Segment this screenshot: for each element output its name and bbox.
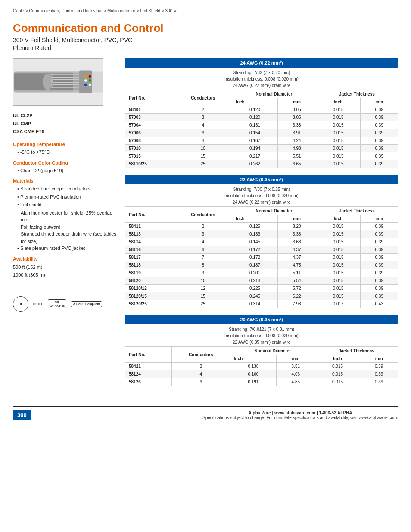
col-part-no: Part No. — [125, 90, 174, 106]
cell-jacket-mm: 0.39 — [361, 223, 398, 230]
svg-text:////: //// — [51, 84, 53, 86]
table-row: 57010 10 0.194 4.93 0.015 0.39 — [125, 145, 398, 152]
cell-mm: 6.22 — [278, 292, 316, 300]
col-part-no-20: Part No. — [125, 347, 172, 363]
cell-mm: 3.05 — [278, 114, 316, 121]
cell-jacket-inch: 0.017 — [316, 300, 361, 308]
conductor-color-heading: Conductor Color Coding — [13, 160, 116, 165]
conductor-color-value: Chart D2 (page 519) — [17, 167, 116, 174]
cell-conductors: 3 — [174, 230, 232, 238]
cell-mm: 4.24 — [278, 137, 316, 145]
operating-temp-heading: Operating Temperature — [13, 142, 116, 147]
table-row: 58126 6 0.191 4.85 0.015 0.39 — [125, 378, 398, 386]
cell-jacket-mm: 0.39 — [361, 106, 398, 114]
cell-jacket-mm: 0.39 — [361, 261, 398, 269]
cell-jacket-mm: 0.39 — [361, 254, 398, 261]
table-row: 58421 2 0.138 3.51 0.015 0.39 — [125, 363, 398, 370]
cell-conductors: 8 — [174, 137, 232, 145]
materials-heading: Materials — [13, 178, 116, 184]
cell-inch: 0.217 — [232, 152, 278, 160]
availability-values: 500 ft (152 m) 1000 ft (305 m) — [13, 263, 116, 279]
material-sub-1: Aluminum/polyester foil shield, 25% over… — [21, 209, 116, 224]
cell-inch: 0.172 — [232, 254, 278, 261]
cell-inch: 0.131 — [232, 121, 278, 129]
cell-conductors: 4 — [174, 238, 232, 246]
cable-image: //// //// //// //// //// //// — [13, 58, 103, 106]
availability-1: 500 ft (152 m) — [13, 263, 116, 271]
cell-part: 57015 — [125, 152, 174, 160]
table-row: 58120 10 0.218 5.54 0.015 0.39 — [125, 277, 398, 285]
cell-jacket-inch: 0.015 — [316, 261, 361, 269]
material-sub-3: Stranded tinned copper drain wire (see t… — [21, 230, 116, 245]
cell-jacket-mm: 0.39 — [361, 285, 398, 292]
cell-inch: 0.172 — [232, 246, 278, 254]
cell-mm: 5.72 — [278, 285, 316, 292]
col-jacket-thick-22: Jacket Thickness — [316, 207, 398, 215]
material-sub-2: Foil facing outward — [21, 224, 116, 231]
cell-inch: 0.191 — [230, 378, 276, 386]
cell-jacket-mm: 0.43 — [361, 300, 398, 308]
page-subtitle1: 300 V Foil Shield, Multiconductor, PVC, … — [13, 37, 398, 44]
certifications: UL CL2P UL CMP CSA CMP FT6 — [13, 112, 116, 136]
cell-jacket-inch: 0.015 — [316, 152, 361, 160]
cell-mm: 3.68 — [278, 238, 316, 246]
cell-jacket-inch: 0.015 — [316, 285, 361, 292]
table-row: 58114 4 0.145 3.68 0.015 0.39 — [125, 238, 398, 246]
cell-mm: 3.51 — [277, 363, 315, 370]
cell-inch: 0.218 — [232, 277, 278, 285]
cell-mm: 5.11 — [278, 269, 316, 277]
cell-jacket-inch: 0.015 — [316, 106, 361, 114]
cell-conductors: 10 — [174, 277, 232, 285]
cell-jacket-mm: 0.39 — [361, 160, 398, 168]
cell-inch: 0.314 — [232, 300, 278, 308]
availability-heading: Availability — [13, 256, 116, 261]
svg-point-11 — [84, 75, 87, 78]
cell-inch: 0.245 — [232, 292, 278, 300]
cell-mm: 4.37 — [278, 246, 316, 254]
cell-jacket-mm: 0.39 — [361, 129, 398, 137]
cell-part: 58124 — [125, 370, 172, 378]
cell-part: 58401 — [125, 106, 174, 114]
footer-company: Alpha Wire | www.alphawire.com | 1-800-5… — [202, 411, 398, 420]
table-24awg-header: 24 AWG (0.22 mm²) — [125, 58, 398, 68]
cell-jacket-mm: 0.39 — [360, 370, 398, 378]
rohs-logo: ⚠ RoHS Compliant — [71, 301, 102, 307]
cell-conductors: 4 — [171, 370, 230, 378]
table-row: 58120/15 15 0.245 6.22 0.015 0.39 — [125, 292, 398, 300]
material-item-4: Slate plenum-rated PVC jacket — [17, 245, 116, 252]
cell-mm: 5.51 — [278, 152, 316, 160]
cell-conductors: 25 — [174, 160, 232, 168]
table-row: 58119 9 0.201 5.11 0.015 0.39 — [125, 269, 398, 277]
cell-jacket-inch: 0.015 — [316, 121, 361, 129]
cell-inch: 0.225 — [232, 285, 278, 292]
cell-conductors: 9 — [174, 269, 232, 277]
cert-ul-cmp: UL CMP — [13, 120, 116, 128]
table-22awg-data: Part No. Conductors Nominal Diameter Jac… — [125, 207, 398, 308]
cell-jacket-inch: 0.015 — [316, 269, 361, 277]
cell-conductors: 15 — [174, 152, 232, 160]
col-nom-diam: Nominal Diameter — [232, 90, 316, 98]
page-title: Communication and Control — [13, 22, 398, 35]
cell-part: 58118 — [125, 261, 174, 269]
cell-jacket-inch: 0.015 — [315, 370, 360, 378]
svg-point-15 — [84, 84, 87, 86]
cell-jacket-inch: 0.015 — [315, 378, 360, 386]
footer: 360 Alpha Wire | www.alphawire.com | 1-8… — [13, 406, 398, 420]
table-row: 57004 4 0.131 3.33 0.015 0.39 — [125, 121, 398, 129]
table-20awg-data: Part No. Conductors Nominal Diameter Jac… — [125, 347, 398, 386]
cell-jacket-mm: 0.39 — [361, 246, 398, 254]
cell-part: 58421 — [125, 363, 172, 370]
cell-conductors: 12 — [174, 285, 232, 292]
col-mm-1: mm — [278, 98, 316, 106]
cell-jacket-mm: 0.39 — [360, 363, 398, 370]
cell-part: 58411 — [125, 223, 174, 230]
col-jacket-thick-20: Jacket Thickness — [315, 347, 398, 355]
right-column: 24 AWG (0.22 mm²) Stranding: 7/32 (7 x 0… — [125, 58, 398, 393]
cell-part: 58119 — [125, 269, 174, 277]
cell-jacket-inch: 0.015 — [316, 145, 361, 152]
cell-inch: 0.120 — [232, 106, 278, 114]
cell-mm: 3.91 — [278, 129, 316, 137]
cell-jacket-inch: 0.015 — [316, 246, 361, 254]
cell-jacket-inch: 0.015 — [316, 114, 361, 121]
cell-inch: 0.187 — [232, 261, 278, 269]
